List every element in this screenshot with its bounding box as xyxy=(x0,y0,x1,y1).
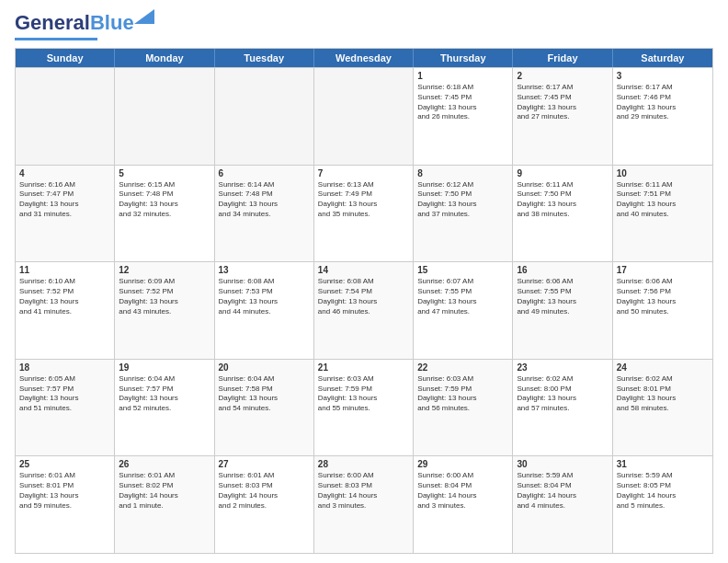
calendar-header: SundayMondayTuesdayWednesdayThursdayFrid… xyxy=(16,49,712,67)
day-number: 7 xyxy=(318,168,409,178)
cell-info: Sunrise: 6:16 AMSunset: 7:47 PMDaylight:… xyxy=(19,180,110,220)
logo-icon xyxy=(134,9,154,24)
day-number: 1 xyxy=(417,71,508,81)
weekday-header: Sunday xyxy=(16,49,115,67)
cell-info: Sunrise: 6:10 AMSunset: 7:52 PMDaylight:… xyxy=(19,277,110,316)
day-number: 29 xyxy=(417,459,508,469)
logo-general: General xyxy=(15,11,90,34)
cell-info: Sunrise: 6:13 AMSunset: 7:49 PMDaylight:… xyxy=(318,180,409,220)
day-number: 8 xyxy=(417,168,508,178)
day-number: 6 xyxy=(219,168,310,178)
calendar-cell xyxy=(115,68,214,165)
calendar-cell: 14Sunrise: 6:08 AMSunset: 7:54 PMDayligh… xyxy=(314,262,414,359)
calendar-cell xyxy=(16,68,115,165)
day-number: 12 xyxy=(119,265,210,275)
cell-info: Sunrise: 6:11 AMSunset: 7:51 PMDaylight:… xyxy=(617,180,709,220)
calendar-row: 4Sunrise: 6:16 AMSunset: 7:47 PMDaylight… xyxy=(16,165,712,262)
day-number: 25 xyxy=(19,459,110,469)
day-number: 15 xyxy=(417,265,508,275)
calendar-cell: 21Sunrise: 6:03 AMSunset: 7:59 PMDayligh… xyxy=(314,360,414,456)
calendar-cell: 4Sunrise: 6:16 AMSunset: 7:47 PMDaylight… xyxy=(16,166,115,262)
calendar-cell: 10Sunrise: 6:11 AMSunset: 7:51 PMDayligh… xyxy=(613,166,712,262)
day-number: 17 xyxy=(617,265,709,275)
cell-info: Sunrise: 6:04 AMSunset: 7:58 PMDaylight:… xyxy=(219,374,310,414)
weekday-header: Monday xyxy=(115,49,214,67)
calendar-cell: 1Sunrise: 6:18 AMSunset: 7:45 PMDaylight… xyxy=(414,68,513,165)
day-number: 3 xyxy=(617,71,709,81)
calendar-body: 1Sunrise: 6:18 AMSunset: 7:45 PMDaylight… xyxy=(16,67,712,553)
calendar-row: 25Sunrise: 6:01 AMSunset: 8:01 PMDayligh… xyxy=(16,455,712,553)
cell-info: Sunrise: 6:01 AMSunset: 8:02 PMDaylight:… xyxy=(119,471,210,511)
calendar-cell: 29Sunrise: 6:00 AMSunset: 8:04 PMDayligh… xyxy=(414,456,513,553)
day-number: 28 xyxy=(318,459,409,469)
day-number: 4 xyxy=(19,168,110,178)
weekday-header: Friday xyxy=(513,49,612,67)
cell-info: Sunrise: 5:59 AMSunset: 8:04 PMDaylight:… xyxy=(517,471,608,511)
calendar-cell: 17Sunrise: 6:06 AMSunset: 7:56 PMDayligh… xyxy=(613,262,712,359)
calendar-cell: 15Sunrise: 6:07 AMSunset: 7:55 PMDayligh… xyxy=(414,262,513,359)
day-number: 31 xyxy=(617,459,709,469)
day-number: 13 xyxy=(219,265,310,275)
day-number: 2 xyxy=(517,71,608,81)
calendar-cell: 19Sunrise: 6:04 AMSunset: 7:57 PMDayligh… xyxy=(115,360,214,456)
calendar: SundayMondayTuesdayWednesdayThursdayFrid… xyxy=(15,48,713,554)
day-number: 14 xyxy=(318,265,409,275)
calendar-cell: 20Sunrise: 6:04 AMSunset: 7:58 PMDayligh… xyxy=(215,360,314,456)
cell-info: Sunrise: 6:04 AMSunset: 7:57 PMDaylight:… xyxy=(119,374,210,414)
calendar-cell: 8Sunrise: 6:12 AMSunset: 7:50 PMDaylight… xyxy=(414,166,513,262)
cell-info: Sunrise: 6:12 AMSunset: 7:50 PMDaylight:… xyxy=(417,180,508,220)
svg-marker-0 xyxy=(134,9,154,24)
calendar-cell: 24Sunrise: 6:02 AMSunset: 8:01 PMDayligh… xyxy=(613,360,712,456)
cell-info: Sunrise: 6:18 AMSunset: 7:45 PMDaylight:… xyxy=(417,83,508,122)
cell-info: Sunrise: 6:17 AMSunset: 7:46 PMDaylight:… xyxy=(617,83,709,122)
calendar-cell: 3Sunrise: 6:17 AMSunset: 7:46 PMDaylight… xyxy=(613,68,712,165)
day-number: 11 xyxy=(19,265,110,275)
cell-info: Sunrise: 6:00 AMSunset: 8:04 PMDaylight:… xyxy=(417,471,508,511)
cell-info: Sunrise: 5:59 AMSunset: 8:05 PMDaylight:… xyxy=(617,471,709,511)
calendar-row: 1Sunrise: 6:18 AMSunset: 7:45 PMDaylight… xyxy=(16,67,712,165)
calendar-cell: 30Sunrise: 5:59 AMSunset: 8:04 PMDayligh… xyxy=(513,456,612,553)
day-number: 30 xyxy=(517,459,608,469)
weekday-header: Saturday xyxy=(613,49,712,67)
cell-info: Sunrise: 6:06 AMSunset: 7:56 PMDaylight:… xyxy=(617,277,709,316)
day-number: 26 xyxy=(119,459,210,469)
cell-info: Sunrise: 6:02 AMSunset: 8:00 PMDaylight:… xyxy=(517,374,608,414)
day-number: 24 xyxy=(617,362,709,373)
cell-info: Sunrise: 6:03 AMSunset: 7:59 PMDaylight:… xyxy=(417,374,508,414)
cell-info: Sunrise: 6:05 AMSunset: 7:57 PMDaylight:… xyxy=(19,374,110,414)
calendar-cell: 22Sunrise: 6:03 AMSunset: 7:59 PMDayligh… xyxy=(414,360,513,456)
page: GeneralBlue SundayMondayTuesdayWednesday… xyxy=(0,0,728,563)
day-number: 19 xyxy=(119,362,210,373)
calendar-cell: 6Sunrise: 6:14 AMSunset: 7:48 PMDaylight… xyxy=(215,166,314,262)
day-number: 16 xyxy=(517,265,608,275)
calendar-cell: 18Sunrise: 6:05 AMSunset: 7:57 PMDayligh… xyxy=(16,360,115,456)
calendar-cell: 31Sunrise: 5:59 AMSunset: 8:05 PMDayligh… xyxy=(613,456,712,553)
day-number: 27 xyxy=(219,459,310,469)
cell-info: Sunrise: 6:09 AMSunset: 7:52 PMDaylight:… xyxy=(119,277,210,316)
calendar-row: 18Sunrise: 6:05 AMSunset: 7:57 PMDayligh… xyxy=(16,359,712,456)
day-number: 10 xyxy=(617,168,709,178)
cell-info: Sunrise: 6:03 AMSunset: 7:59 PMDaylight:… xyxy=(318,374,409,414)
calendar-cell: 9Sunrise: 6:11 AMSunset: 7:50 PMDaylight… xyxy=(513,166,612,262)
cell-info: Sunrise: 6:11 AMSunset: 7:50 PMDaylight:… xyxy=(517,180,608,220)
cell-info: Sunrise: 6:07 AMSunset: 7:55 PMDaylight:… xyxy=(417,277,508,316)
calendar-cell: 2Sunrise: 6:17 AMSunset: 7:45 PMDaylight… xyxy=(513,68,612,165)
cell-info: Sunrise: 6:01 AMSunset: 8:03 PMDaylight:… xyxy=(219,471,310,511)
cell-info: Sunrise: 6:14 AMSunset: 7:48 PMDaylight:… xyxy=(219,180,310,220)
cell-info: Sunrise: 6:08 AMSunset: 7:54 PMDaylight:… xyxy=(318,277,409,316)
calendar-cell: 12Sunrise: 6:09 AMSunset: 7:52 PMDayligh… xyxy=(115,262,214,359)
day-number: 23 xyxy=(517,362,608,373)
cell-info: Sunrise: 6:06 AMSunset: 7:55 PMDaylight:… xyxy=(517,277,608,316)
calendar-cell: 16Sunrise: 6:06 AMSunset: 7:55 PMDayligh… xyxy=(513,262,612,359)
calendar-cell: 7Sunrise: 6:13 AMSunset: 7:49 PMDaylight… xyxy=(314,166,414,262)
cell-info: Sunrise: 6:02 AMSunset: 8:01 PMDaylight:… xyxy=(617,374,709,414)
weekday-header: Wednesday xyxy=(314,49,414,67)
calendar-cell xyxy=(314,68,414,165)
calendar-cell: 13Sunrise: 6:08 AMSunset: 7:53 PMDayligh… xyxy=(215,262,314,359)
calendar-cell: 23Sunrise: 6:02 AMSunset: 8:00 PMDayligh… xyxy=(513,360,612,456)
cell-info: Sunrise: 6:17 AMSunset: 7:45 PMDaylight:… xyxy=(517,83,608,122)
day-number: 20 xyxy=(219,362,310,373)
weekday-header: Tuesday xyxy=(215,49,314,67)
cell-info: Sunrise: 6:15 AMSunset: 7:48 PMDaylight:… xyxy=(119,180,210,220)
calendar-cell: 27Sunrise: 6:01 AMSunset: 8:03 PMDayligh… xyxy=(215,456,314,553)
